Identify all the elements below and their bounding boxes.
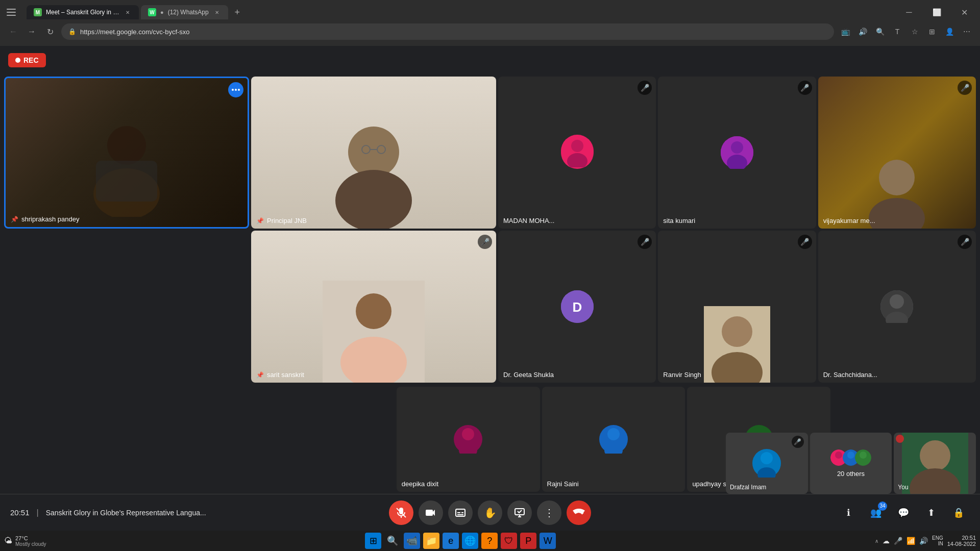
svg-point-20 <box>356 293 391 329</box>
tile-madan: 🎤 MADAN MOHA... <box>498 77 656 229</box>
svg-point-17 <box>879 160 915 195</box>
tile-vijay: 🎤 vijayakumar me... <box>818 77 976 229</box>
mic-sys-icon: 🎤 <box>894 537 902 545</box>
weather-text: 27°C Mostly cloudy <box>15 535 46 547</box>
new-tab-button[interactable]: + <box>230 5 244 19</box>
address-bar-row: ← → ↻ 🔒 https://meet.google.com/cvc-bycf… <box>0 20 980 43</box>
shriprakash-name: 📌 shriprakash pandey <box>11 215 79 223</box>
taskbar: 🌤 27°C Mostly cloudy ⊞ 🔍 📹 📁 e 🌐 ? 🛡 P W… <box>0 531 980 551</box>
reload-button[interactable]: ↻ <box>43 24 57 39</box>
present-button[interactable] <box>507 500 532 525</box>
help-app[interactable]: ? <box>481 533 498 549</box>
close-button[interactable]: ✕ <box>952 5 976 19</box>
taskbar-center: ⊞ 🔍 📹 📁 e 🌐 ? 🛡 P W <box>51 533 871 549</box>
tab-bar: M Meet – Sanskrit Glory in Gl... ✕ W ● (… <box>0 0 980 20</box>
end-call-button[interactable] <box>567 500 591 525</box>
antivirus-app[interactable]: 🛡 <box>501 533 517 549</box>
you-name: You <box>898 484 908 491</box>
sacchida-mic-off: 🎤 <box>958 235 972 249</box>
controls-right: ℹ 👥 34 💬 ⬆ 🔒 <box>591 502 970 524</box>
participants-button[interactable]: 👥 34 <box>865 502 887 524</box>
meeting-info: 20:51 | Sanskrit Glory in Globe's Repres… <box>10 508 389 517</box>
url-text: https://meet.google.com/cvc-bycf-sxo <box>80 28 827 36</box>
tab-whatsapp-title: (12) WhatsApp <box>168 9 209 16</box>
files-app[interactable]: 📁 <box>423 533 439 549</box>
camera-button[interactable] <box>419 500 443 525</box>
collections-icon[interactable]: ⊞ <box>925 24 939 39</box>
expand-icon[interactable]: ∧ <box>875 538 878 544</box>
translate-icon[interactable]: T <box>890 24 904 39</box>
read-aloud-icon[interactable]: 🔊 <box>855 24 870 39</box>
info-button[interactable]: ℹ <box>837 502 860 524</box>
svg-point-10 <box>335 170 412 229</box>
sita-mic-off: 🎤 <box>798 81 812 95</box>
tab-meet[interactable]: M Meet – Sanskrit Glory in Gl... ✕ <box>27 5 139 19</box>
cast-icon[interactable]: 📺 <box>838 24 852 39</box>
sys-lang: ENGIN <box>932 535 943 546</box>
start-button[interactable]: ⊞ <box>365 533 381 549</box>
svg-rect-2 <box>7 15 16 16</box>
word-app[interactable]: W <box>540 533 556 549</box>
zoom-app[interactable]: 📹 <box>404 533 420 549</box>
sita-name: sita kumari <box>663 217 695 224</box>
tab-meet-close[interactable]: ✕ <box>124 8 132 16</box>
tab-meet-title: Meet – Sanskrit Glory in Gl... <box>46 9 119 16</box>
tab-whatsapp[interactable]: W ● (12) WhatsApp ✕ <box>141 5 228 19</box>
svg-point-53 <box>860 452 867 459</box>
meeting-title: Sanskrit Glory in Globe's Representative… <box>46 509 206 517</box>
madan-avatar-img <box>561 135 594 171</box>
search-taskbar[interactable]: 🔍 <box>384 533 401 549</box>
volume-icon: 🔊 <box>919 537 928 545</box>
rec-dot <box>15 58 20 63</box>
minimize-button[interactable]: ─ <box>897 5 921 19</box>
svg-point-55 <box>920 440 950 471</box>
favorites-icon[interactable]: ☆ <box>908 24 922 39</box>
maximize-button[interactable]: ⬜ <box>925 5 948 19</box>
meeting-time: 20:51 <box>10 508 30 517</box>
settings-icon[interactable]: ⋯ <box>960 24 974 39</box>
more-options-button[interactable]: ⋮ <box>537 500 561 525</box>
window-actions: ─ ⬜ ✕ <box>897 5 976 19</box>
edge2-app[interactable]: 🌐 <box>462 533 478 549</box>
activities-button[interactable]: ⬆ <box>920 502 942 524</box>
svg-rect-5 <box>96 161 157 202</box>
tile-drafzal: 🎤 Drafzal Imam <box>726 433 808 494</box>
chat-button[interactable]: 💬 <box>892 502 915 524</box>
edge-app[interactable]: e <box>443 533 459 549</box>
madan-avatar <box>561 136 594 169</box>
back-button[interactable]: ← <box>6 24 20 39</box>
whatsapp-favicon: W <box>148 8 156 16</box>
weather-condition: Mostly cloudy <box>15 541 46 547</box>
sarit-name: 📌 sarit sanskrit <box>256 371 304 379</box>
tile-rajni: Rajni Saini <box>542 387 685 492</box>
others-avatars <box>830 449 871 466</box>
address-bar[interactable]: 🔒 https://meet.google.com/cvc-bycf-sxo <box>61 23 834 40</box>
captions-button[interactable] <box>448 500 473 525</box>
tile-sarit: 🎤 📌 sarit sanskrit <box>251 231 496 383</box>
lock-icon: 🔒 <box>68 28 76 35</box>
tile-principal: 📌 Principal JNB <box>251 77 496 229</box>
tab-whatsapp-close[interactable]: ✕ <box>213 8 221 16</box>
search-icon[interactable]: 🔍 <box>873 24 887 39</box>
geeta-mic-off: 🎤 <box>638 235 652 249</box>
safety-button[interactable]: 🔒 <box>947 502 970 524</box>
office-app[interactable]: P <box>520 533 536 549</box>
deepika-name: deepika dixit <box>402 480 438 488</box>
shriprakash-more-button[interactable] <box>228 82 243 97</box>
control-bar: 20:51 | Sanskrit Glory in Globe's Repres… <box>0 494 980 531</box>
geeta-name: Dr. Geeta Shukla <box>503 371 554 379</box>
madan-name: MADAN MOHA... <box>503 217 554 224</box>
svg-point-34 <box>607 428 620 440</box>
window-controls <box>4 5 18 19</box>
browser-toolbar: 📺 🔊 🔍 T ☆ ⊞ 👤 ⋯ <box>838 24 974 39</box>
mic-button[interactable] <box>389 500 413 525</box>
raise-hand-button[interactable]: ✋ <box>478 500 502 525</box>
ranvir-video <box>704 306 770 383</box>
pin-icon-2: 📌 <box>256 217 264 224</box>
profile-icon[interactable]: 👤 <box>942 24 957 39</box>
taskbar-left: 🌤 27°C Mostly cloudy <box>4 535 46 547</box>
sidebar-toggle[interactable] <box>4 5 18 19</box>
forward-button[interactable]: → <box>24 24 39 39</box>
pin-icon-3: 📌 <box>256 371 264 379</box>
svg-point-3 <box>107 126 146 165</box>
